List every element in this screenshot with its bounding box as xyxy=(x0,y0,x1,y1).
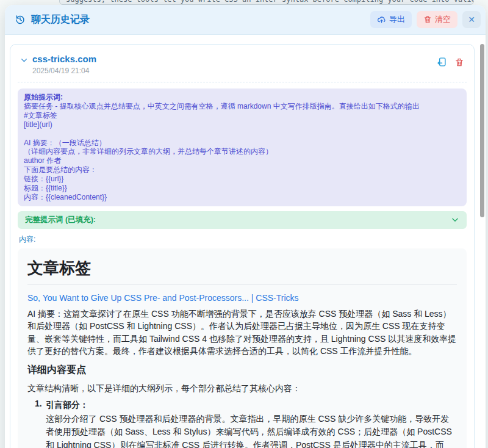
clear-button-label: 清空 xyxy=(435,14,451,25)
page-title: 聊天历史记录 xyxy=(31,13,90,26)
record-meta: css-tricks.com 2025/04/19 21:04 xyxy=(32,53,96,75)
section-intro: 文章结构清晰，以下是详细的大纲列示，每个部分都总结了其核心内容： xyxy=(27,382,457,394)
prompt-line: 标题：{{title}} xyxy=(24,184,461,193)
modal-header-left: 聊天历史记录 xyxy=(15,13,90,26)
dashed-separator xyxy=(18,82,467,82)
close-button[interactable]: ✕ xyxy=(462,11,481,28)
modal-header-actions: 导出 清空 ✕ xyxy=(370,11,481,28)
original-prompt-label: 原始提示词: xyxy=(24,93,461,102)
trash-icon xyxy=(423,15,432,24)
prompt-line: [title](url) xyxy=(24,120,461,129)
prompt-line: 下面是要总结的内容： xyxy=(24,165,461,175)
record-domain[interactable]: css-tricks.com xyxy=(32,53,96,65)
record-timestamp: 2025/04/19 21:04 xyxy=(32,67,96,75)
background-code-block: suggests, these tools let you write CSS … xyxy=(59,0,474,5)
clear-button[interactable]: 清空 xyxy=(417,11,458,28)
outline-list: 1. 引言部分： 这部分介绍了 CSS 预处理器和后处理器的背景。文章指出，早期… xyxy=(27,399,457,448)
original-prompt-box: 原始提示词: 摘要任务 - 提取核心观点并总结要点，中英文之间需有空格，遵循 m… xyxy=(18,89,467,206)
export-record-icon[interactable] xyxy=(436,57,447,67)
prompt-line: author 作者 xyxy=(24,156,461,165)
chat-history-modal: 聊天历史记录 导出 清空 xyxy=(5,5,486,448)
prompt-line: （详细内容要点，非常详细的列示文章的大纲，并总结每个章节讲述的内容） xyxy=(24,147,461,156)
record-actions xyxy=(436,57,467,67)
history-icon xyxy=(15,14,26,25)
list-item-number: 1. xyxy=(35,399,46,448)
list-item-content: 引言部分： 这部分介绍了 CSS 预处理器和后处理器的背景。文章指出，早期的原生… xyxy=(46,399,457,448)
modal-header: 聊天历史记录 导出 清空 xyxy=(5,5,486,35)
prompt-line: AI 摘要：（一段话总结） xyxy=(24,139,461,148)
prompt-line: 内容：{{cleanedContent}} xyxy=(24,193,461,202)
export-button[interactable]: 导出 xyxy=(370,11,412,28)
cloud-upload-icon xyxy=(377,15,386,24)
close-icon: ✕ xyxy=(468,15,475,24)
content-label: 内容: xyxy=(19,234,465,245)
article-title: 文章标签 xyxy=(27,258,457,285)
background-code-line: suggests, these tools let you write CSS … xyxy=(66,0,474,4)
list-item: 1. 引言部分： 这部分介绍了 CSS 预处理器和后处理器的背景。文章指出，早期… xyxy=(35,399,457,448)
article-summary: AI 摘要：这篇文章探讨了在原生 CSS 功能不断增强的背景下，是否应该放弃 C… xyxy=(27,308,457,358)
section-heading: 详细内容要点 xyxy=(27,364,457,377)
prompt-line xyxy=(24,129,461,139)
prompt-line: #文章标签 xyxy=(24,111,461,120)
full-prompt-label: 完整提示词 (已填充): xyxy=(25,215,96,225)
article-content-panel: 文章标签 So, You Want to Give Up CSS Pre- an… xyxy=(18,248,467,448)
chevron-down-icon[interactable] xyxy=(20,56,28,64)
delete-record-icon[interactable] xyxy=(454,57,464,67)
prompt-line: 摘要任务 - 提取核心观点并总结要点，中英文之间需有空格，遵循 markdown… xyxy=(24,102,461,111)
full-prompt-toggle[interactable]: 完整提示词 (已填充): xyxy=(18,211,467,229)
article-source-link[interactable]: So, You Want to Give Up CSS Pre- and Pos… xyxy=(27,293,457,303)
chevron-down-icon xyxy=(451,215,459,224)
prompt-line: 链接：{{url}} xyxy=(24,175,461,184)
scrollbar-thumb[interactable] xyxy=(480,44,484,217)
history-record-card: css-tricks.com 2025/04/19 21:04 xyxy=(10,44,475,448)
export-button-label: 导出 xyxy=(389,14,405,25)
record-header[interactable]: css-tricks.com 2025/04/19 21:04 xyxy=(18,53,467,75)
modal-body: css-tricks.com 2025/04/19 21:04 xyxy=(5,44,486,448)
list-item-title: 引言部分： xyxy=(46,399,457,411)
list-item-body: 这部分介绍了 CSS 预处理器和后处理器的背景。文章指出，早期的原生 CSS 缺… xyxy=(46,413,457,448)
